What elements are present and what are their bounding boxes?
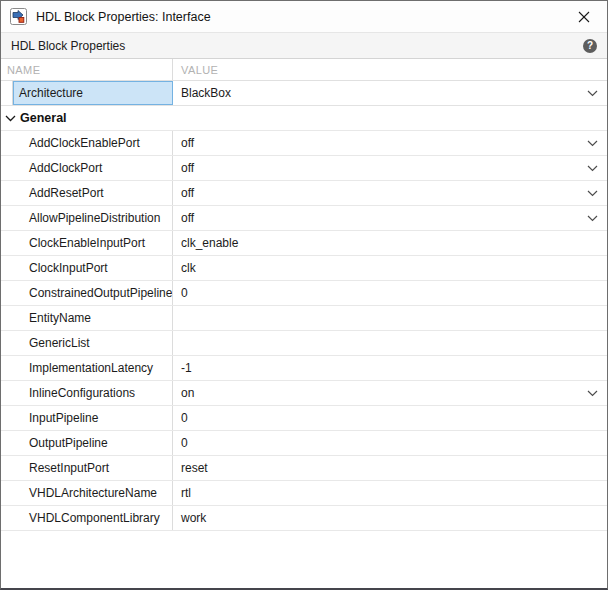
- property-value[interactable]: [173, 331, 607, 355]
- chevron-down-icon: [587, 140, 598, 147]
- property-value[interactable]: off: [173, 181, 607, 205]
- property-row[interactable]: AddResetPort off: [1, 181, 607, 206]
- property-value[interactable]: [173, 306, 607, 330]
- row-gutter: [1, 81, 13, 105]
- property-value[interactable]: -1: [173, 356, 607, 380]
- architecture-value-dropdown[interactable]: BlackBox: [173, 81, 607, 105]
- hdl-block-icon: [10, 8, 27, 25]
- title-bar: HDL Block Properties: Interface: [1, 1, 607, 33]
- property-row[interactable]: InputPipeline 0: [1, 406, 607, 431]
- property-row[interactable]: VHDLArchitectureName rtl: [1, 481, 607, 506]
- architecture-label: Architecture: [19, 86, 83, 100]
- property-value-text: rtl: [181, 486, 191, 500]
- property-name[interactable]: ClockEnableInputPort: [1, 231, 173, 255]
- property-row[interactable]: ConstrainedOutputPipeline 0: [1, 281, 607, 306]
- chevron-down-icon: [587, 215, 598, 222]
- property-value-text: -1: [181, 361, 192, 375]
- chevron-down-icon: [587, 190, 598, 197]
- property-name[interactable]: VHDLComponentLibrary: [1, 506, 173, 530]
- property-name[interactable]: ClockInputPort: [1, 256, 173, 280]
- property-value-text: reset: [181, 461, 208, 475]
- property-value[interactable]: 0: [173, 406, 607, 430]
- property-row[interactable]: EntityName: [1, 306, 607, 331]
- property-value[interactable]: on: [173, 381, 607, 405]
- property-name[interactable]: OutputPipeline: [1, 431, 173, 455]
- table-header: NAME VALUE: [1, 59, 607, 81]
- chevron-down-icon: [587, 390, 598, 397]
- property-row[interactable]: GenericList: [1, 331, 607, 356]
- property-row[interactable]: ClockInputPort clk: [1, 256, 607, 281]
- property-row[interactable]: ImplementationLatency -1: [1, 356, 607, 381]
- hdl-block-properties-dialog: HDL Block Properties: Interface HDL Bloc…: [0, 0, 608, 590]
- property-row[interactable]: ResetInputPort reset: [1, 456, 607, 481]
- property-value[interactable]: off: [173, 206, 607, 230]
- property-value-text: clk_enable: [181, 236, 238, 250]
- property-value[interactable]: reset: [173, 456, 607, 480]
- property-value-text: off: [181, 136, 194, 150]
- column-header-value: VALUE: [173, 59, 607, 80]
- property-value-text: 0: [181, 411, 188, 425]
- chevron-expanded-icon: [5, 115, 16, 122]
- window-title: HDL Block Properties: Interface: [36, 10, 569, 24]
- property-name[interactable]: AddClockPort: [1, 156, 173, 180]
- toolbar-title: HDL Block Properties: [11, 39, 583, 53]
- property-row[interactable]: InlineConfigurations on: [1, 381, 607, 406]
- property-name[interactable]: InlineConfigurations: [1, 381, 173, 405]
- architecture-value-text: BlackBox: [181, 86, 231, 100]
- property-value[interactable]: clk: [173, 256, 607, 280]
- property-value-text: off: [181, 211, 194, 225]
- property-value-text: 0: [181, 436, 188, 450]
- close-icon: [578, 11, 590, 23]
- property-name[interactable]: EntityName: [1, 306, 173, 330]
- property-name[interactable]: InputPipeline: [1, 406, 173, 430]
- property-value[interactable]: rtl: [173, 481, 607, 505]
- property-value[interactable]: work: [173, 506, 607, 530]
- property-value-text: clk: [181, 261, 196, 275]
- property-row[interactable]: OutputPipeline 0: [1, 431, 607, 456]
- section-general[interactable]: General: [1, 106, 607, 131]
- property-name[interactable]: AddClockEnablePort: [1, 131, 173, 155]
- properties-toolbar: HDL Block Properties ?: [1, 33, 607, 59]
- property-value-text: on: [181, 386, 194, 400]
- architecture-name-cell[interactable]: Architecture: [1, 81, 173, 105]
- chevron-down-icon: [587, 90, 598, 97]
- property-row[interactable]: AddClockEnablePort off: [1, 131, 607, 156]
- property-row[interactable]: AllowPipelineDistribution off: [1, 206, 607, 231]
- property-value[interactable]: off: [173, 131, 607, 155]
- property-row[interactable]: VHDLComponentLibrary work: [1, 506, 607, 531]
- property-name[interactable]: ConstrainedOutputPipeline: [1, 281, 173, 305]
- property-row[interactable]: ClockEnableInputPort clk_enable: [1, 231, 607, 256]
- property-value-text: off: [181, 161, 194, 175]
- property-name[interactable]: ResetInputPort: [1, 456, 173, 480]
- section-label: General: [20, 111, 67, 125]
- chevron-down-icon: [587, 165, 598, 172]
- property-name[interactable]: AddResetPort: [1, 181, 173, 205]
- property-name[interactable]: GenericList: [1, 331, 173, 355]
- property-name[interactable]: VHDLArchitectureName: [1, 481, 173, 505]
- property-value[interactable]: 0: [173, 431, 607, 455]
- column-header-name: NAME: [1, 59, 173, 80]
- close-button[interactable]: [569, 4, 599, 30]
- property-value[interactable]: 0: [173, 281, 607, 305]
- property-value-text: 0: [181, 286, 188, 300]
- architecture-row[interactable]: Architecture BlackBox: [1, 81, 607, 106]
- property-row[interactable]: AddClockPort off: [1, 156, 607, 181]
- property-name[interactable]: AllowPipelineDistribution: [1, 206, 173, 230]
- property-value-text: off: [181, 186, 194, 200]
- property-rows: AddClockEnablePort off AddClockPort off …: [1, 131, 607, 531]
- property-value-text: work: [181, 511, 206, 525]
- help-icon[interactable]: ?: [583, 39, 597, 53]
- property-value[interactable]: off: [173, 156, 607, 180]
- table-empty-area: [1, 531, 607, 588]
- property-name[interactable]: ImplementationLatency: [1, 356, 173, 380]
- property-value[interactable]: clk_enable: [173, 231, 607, 255]
